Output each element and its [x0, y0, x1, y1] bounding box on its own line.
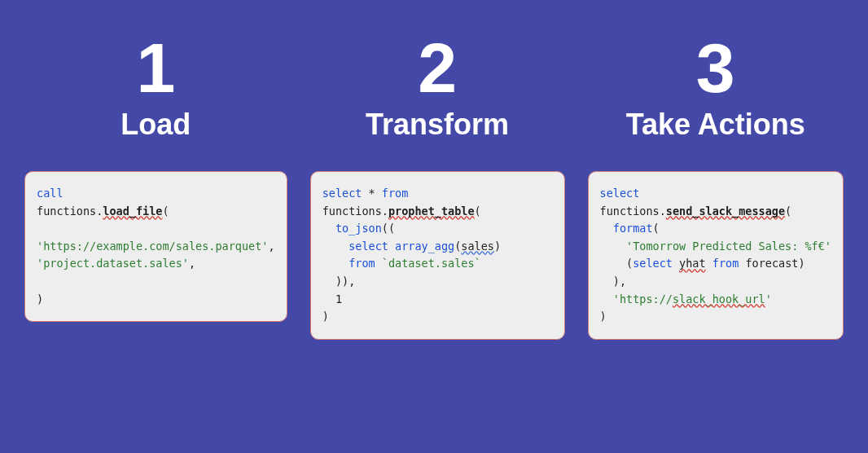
keyword-select: select	[349, 240, 388, 253]
step-transform: 2 Transform select * from functions.prop…	[310, 33, 565, 437]
indent	[600, 257, 627, 270]
code-box-transform: select * from functions.prophet_table( t…	[310, 171, 565, 340]
indent	[600, 275, 613, 288]
step-load: 1 Load call functions.load_file( 'https:…	[24, 33, 287, 437]
fn-send-slack-message: send_slack_message	[666, 205, 785, 218]
paren-open: ((	[382, 222, 395, 235]
number-one: 1	[335, 292, 342, 306]
step-title-load: Load	[121, 108, 191, 142]
keyword-select: select	[322, 187, 362, 200]
step-number-2: 2	[418, 33, 457, 103]
fn-array-agg: array_agg	[395, 240, 454, 253]
star: *	[362, 187, 381, 200]
str-url-part1: 'https://	[613, 292, 673, 306]
indent	[322, 222, 335, 235]
step-number-3: 3	[696, 33, 735, 103]
paren-close: ),	[613, 275, 626, 288]
text-functions: functions.	[600, 205, 666, 218]
fn-load-file: load_file	[103, 205, 162, 218]
str-url: 'https://example.com/sales.parquet'	[37, 240, 268, 253]
step-title-transform: Transform	[366, 108, 509, 142]
fn-prophet-table: prophet_table	[388, 205, 475, 218]
paren-close: )),	[335, 275, 355, 288]
paren-open: (	[653, 222, 660, 235]
table-forecast: forecast	[745, 257, 798, 270]
str-template: 'Tomorrow Predicted Sales: %f€'	[626, 240, 831, 253]
paren-open: (	[785, 205, 791, 218]
indent	[600, 292, 613, 306]
space	[388, 240, 395, 253]
table-ref: `dataset.sales`	[382, 257, 481, 270]
step-number-1: 1	[136, 33, 175, 103]
space	[706, 257, 712, 270]
fn-to-json: to_json	[335, 222, 382, 235]
paren-close: )	[600, 310, 607, 323]
paren-open: (	[162, 205, 169, 218]
str-url-mid: slack_hook_url	[673, 292, 765, 306]
paren-close: )	[322, 310, 329, 323]
indent	[600, 222, 613, 235]
col-yhat: yhat	[679, 257, 706, 270]
comma: ,	[189, 257, 195, 270]
paren-open: (	[626, 257, 633, 270]
paren-close: )	[798, 257, 804, 270]
text-functions: functions.	[322, 205, 388, 218]
keyword-from: from	[349, 257, 375, 270]
keyword-select: select	[633, 257, 673, 270]
str-url-part2: '	[765, 292, 772, 306]
keyword-select: select	[600, 187, 640, 200]
text-functions: functions.	[37, 205, 103, 218]
paren-close: )	[37, 292, 43, 306]
space	[375, 257, 382, 270]
fn-format: format	[613, 222, 653, 235]
space	[673, 257, 679, 270]
step-take-actions: 3 Take Actions select functions.send_sla…	[588, 33, 844, 437]
step-title-take-actions: Take Actions	[626, 108, 805, 142]
str-target: 'project.dataset.sales'	[37, 257, 189, 270]
indent	[322, 257, 349, 270]
code-box-take-actions: select functions.send_slack_message( for…	[588, 171, 844, 340]
col-sales: sales	[461, 240, 494, 253]
comma: ,	[268, 240, 274, 253]
indent	[322, 240, 349, 253]
paren-close: )	[494, 240, 501, 253]
code-box-load: call functions.load_file( 'https://examp…	[24, 171, 287, 322]
paren-open: (	[475, 205, 481, 218]
keyword-from: from	[382, 187, 409, 200]
keyword-call: call	[37, 187, 64, 200]
keyword-from: from	[712, 257, 739, 270]
indent	[600, 240, 627, 253]
steps-container: 1 Load call functions.load_file( 'https:…	[0, 0, 868, 453]
indent	[322, 275, 335, 288]
indent	[322, 292, 335, 306]
